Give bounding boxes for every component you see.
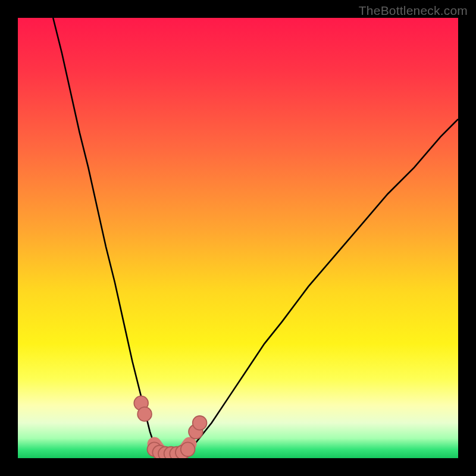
plot-area [18, 18, 458, 458]
curve-left-branch [53, 18, 163, 454]
curve-right-branch [181, 119, 458, 453]
marker-point [181, 442, 195, 456]
chart-frame: TheBottleneck.com [0, 0, 476, 476]
curve-layer [18, 18, 458, 458]
watermark-text: TheBottleneck.com [359, 4, 468, 18]
marker-point [137, 407, 152, 421]
marker-point [193, 416, 207, 430]
highlight-markers [134, 396, 206, 458]
